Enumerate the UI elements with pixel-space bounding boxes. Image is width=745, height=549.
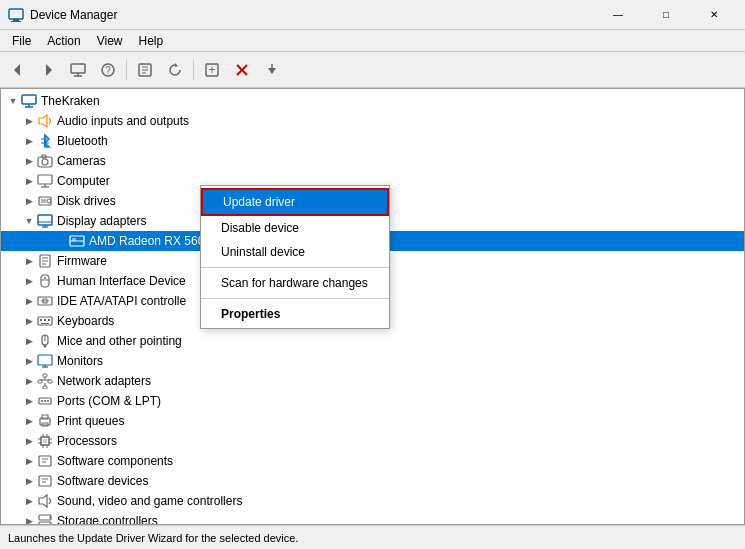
svg-rect-31 <box>38 175 52 184</box>
status-text: Launches the Update Driver Wizard for th… <box>8 532 298 544</box>
svg-rect-2 <box>11 21 21 22</box>
tree-softwaredev[interactable]: ▶ Software devices <box>1 471 744 491</box>
svg-marker-14 <box>175 63 178 67</box>
context-menu-uninstall[interactable]: Uninstall device <box>201 240 389 264</box>
tree-processors[interactable]: ▶ Processors <box>1 431 744 451</box>
ide-toggle[interactable]: ▶ <box>21 293 37 309</box>
maximize-button[interactable]: □ <box>643 0 689 30</box>
tree-bluetooth[interactable]: ▶ Bluetooth <box>1 131 744 151</box>
scan-label: Scan for hardware changes <box>221 276 368 290</box>
context-menu-disable[interactable]: Disable device <box>201 216 389 240</box>
svg-rect-56 <box>40 319 42 321</box>
cameras-toggle[interactable]: ▶ <box>21 153 37 169</box>
toolbar-forward-button[interactable] <box>34 56 62 84</box>
disk-toggle[interactable]: ▶ <box>21 193 37 209</box>
firmware-icon <box>37 253 53 269</box>
tree-print[interactable]: ▶ Print queues <box>1 411 744 431</box>
hid-toggle[interactable]: ▶ <box>21 273 37 289</box>
toolbar-separator-2 <box>193 60 194 80</box>
amd-icon <box>69 233 85 249</box>
menu-file[interactable]: File <box>4 32 39 50</box>
tree-storage[interactable]: ▶ Storage controllers <box>1 511 744 525</box>
softwarecomp-icon <box>37 453 53 469</box>
mice-label: Mice and other pointing <box>57 334 182 348</box>
svg-text:+: + <box>208 63 215 77</box>
cameras-label: Cameras <box>57 154 106 168</box>
menu-action[interactable]: Action <box>39 32 88 50</box>
svg-rect-91 <box>39 456 51 466</box>
disk-label: Disk drives <box>57 194 116 208</box>
tree-monitors[interactable]: ▶ Monitors <box>1 351 744 371</box>
mice-toggle[interactable]: ▶ <box>21 333 37 349</box>
firmware-label: Firmware <box>57 254 107 268</box>
menu-bar: File Action View Help <box>0 30 745 52</box>
storage-label: Storage controllers <box>57 514 158 525</box>
toolbar-add-button[interactable]: + <box>198 56 226 84</box>
tree-cameras[interactable]: ▶ Cameras <box>1 151 744 171</box>
softwarecomp-toggle[interactable]: ▶ <box>21 453 37 469</box>
svg-rect-49 <box>41 275 49 287</box>
softwaredev-icon <box>37 473 53 489</box>
tree-network[interactable]: ▶ Network adapters <box>1 371 744 391</box>
computer-icon <box>21 93 37 109</box>
computer-toggle[interactable]: ▶ <box>21 173 37 189</box>
network-icon <box>37 373 53 389</box>
print-toggle[interactable]: ▶ <box>21 413 37 429</box>
toolbar-separator-1 <box>126 60 127 80</box>
tree-mice[interactable]: ▶ Mice and other pointing <box>1 331 744 351</box>
context-menu-scan[interactable]: Scan for hardware changes <box>201 271 389 295</box>
tree-softwarecomp[interactable]: ▶ Software components <box>1 451 744 471</box>
firmware-toggle[interactable]: ▶ <box>21 253 37 269</box>
sound-toggle[interactable]: ▶ <box>21 493 37 509</box>
toolbar-help-button[interactable]: ? <box>94 56 122 84</box>
toolbar-properties-button[interactable] <box>131 56 159 84</box>
monitors-toggle[interactable]: ▶ <box>21 353 37 369</box>
tree-audio[interactable]: ▶ Audio inputs and outputs <box>1 111 744 131</box>
keyboard-toggle[interactable]: ▶ <box>21 313 37 329</box>
computer-tree-icon <box>37 173 53 189</box>
ports-label: Ports (COM & LPT) <box>57 394 161 408</box>
monitors-icon <box>37 353 53 369</box>
minimize-button[interactable]: — <box>595 0 641 30</box>
svg-marker-97 <box>39 495 47 507</box>
toolbar-computer-button[interactable] <box>64 56 92 84</box>
menu-help[interactable]: Help <box>131 32 172 50</box>
tree-root[interactable]: ▼ TheKraken <box>1 91 744 111</box>
svg-point-29 <box>42 159 48 165</box>
ide-label: IDE ATA/ATAPI controlle <box>57 294 186 308</box>
svg-rect-58 <box>48 319 50 321</box>
root-toggle[interactable]: ▼ <box>5 93 21 109</box>
close-button[interactable]: ✕ <box>691 0 737 30</box>
network-toggle[interactable]: ▶ <box>21 373 37 389</box>
network-label: Network adapters <box>57 374 151 388</box>
keyboard-icon <box>37 313 53 329</box>
audio-toggle[interactable]: ▶ <box>21 113 37 129</box>
svg-point-62 <box>44 345 47 348</box>
toolbar-back-button[interactable] <box>4 56 32 84</box>
tree-ports[interactable]: ▶ Ports (COM & LPT) <box>1 391 744 411</box>
storage-toggle[interactable]: ▶ <box>21 513 37 525</box>
bluetooth-icon <box>37 133 53 149</box>
context-menu-update[interactable]: Update driver <box>201 188 389 216</box>
hid-label: Human Interface Device <box>57 274 186 288</box>
softwaredev-label: Software devices <box>57 474 148 488</box>
computer-label: Computer <box>57 174 110 188</box>
svg-rect-57 <box>44 319 46 321</box>
tree-sound[interactable]: ▶ Sound, video and game controllers <box>1 491 744 511</box>
svg-point-51 <box>44 277 46 279</box>
menu-view[interactable]: View <box>89 32 131 50</box>
softwaredev-toggle[interactable]: ▶ <box>21 473 37 489</box>
uninstall-device-label: Uninstall device <box>221 245 305 259</box>
toolbar-remove-button[interactable] <box>228 56 256 84</box>
ports-icon <box>37 393 53 409</box>
processors-toggle[interactable]: ▶ <box>21 433 37 449</box>
svg-marker-24 <box>39 115 47 127</box>
svg-rect-94 <box>39 476 51 486</box>
svg-rect-82 <box>43 439 47 443</box>
ports-toggle[interactable]: ▶ <box>21 393 37 409</box>
display-toggle[interactable]: ▼ <box>21 213 37 229</box>
toolbar-update-button[interactable] <box>258 56 286 84</box>
context-menu-properties[interactable]: Properties <box>201 302 389 326</box>
bluetooth-toggle[interactable]: ▶ <box>21 133 37 149</box>
toolbar-refresh-button[interactable] <box>161 56 189 84</box>
